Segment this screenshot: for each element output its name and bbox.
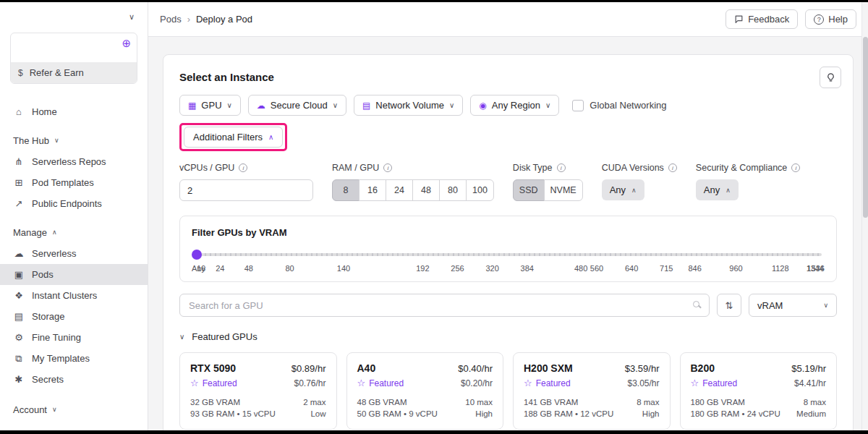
sidebar-item-my-templates[interactable]: ⧉My Templates xyxy=(0,348,148,369)
star-icon: ☆ xyxy=(691,378,699,388)
vcpus-input[interactable] xyxy=(179,179,313,201)
chevron-up-icon: ∧ xyxy=(268,133,273,141)
sidebar-item-label: Instant Clusters xyxy=(32,290,97,301)
gpu-ram-cpu: 180 GB RAM • 24 vCPU xyxy=(691,408,780,420)
workspace-selector[interactable]: ∨ xyxy=(0,2,148,31)
feedback-label: Feedback xyxy=(748,14,789,25)
help-button[interactable]: ? Help xyxy=(805,9,856,29)
vram-tick: 480 xyxy=(574,264,587,273)
scrollbar[interactable] xyxy=(861,2,868,430)
star-icon: ☆ xyxy=(190,378,199,388)
sidebar-section-the-hub[interactable]: The Hub∨ xyxy=(0,129,148,151)
chevron-down-icon: ∨ xyxy=(52,406,57,413)
additional-filters-button[interactable]: Additional Filters ∧ xyxy=(184,127,283,148)
vram-tick: 24 xyxy=(216,264,224,273)
ram-option-80[interactable]: 80 xyxy=(439,179,467,201)
select-instance-card: Select an Instance ▦GPU∨☁Secure Cloud∨▤N… xyxy=(163,54,854,430)
info-icon: i xyxy=(791,163,800,172)
breadcrumb: Pods › Deploy a Pod xyxy=(160,14,252,25)
vram-slider-track[interactable] xyxy=(195,253,822,256)
filter-pill-label: Secure Cloud xyxy=(271,100,328,111)
sidebar-item-label: Fine Tuning xyxy=(32,332,81,343)
sidebar-item-public-endpoints[interactable]: ↗Public Endpoints xyxy=(0,193,148,214)
sort-icon: ⇅ xyxy=(726,300,733,311)
filter-pill-network-volume[interactable]: ▤Network Volume∨ xyxy=(354,95,463,116)
gpu-card-subheader: ☆Featured$3.05/hr xyxy=(524,378,660,388)
plus-circle-icon[interactable]: ⊕ xyxy=(122,38,131,58)
featured-gpus-header[interactable]: ∨ Featured GPUs xyxy=(179,331,837,342)
feedback-button[interactable]: Feedback xyxy=(726,9,798,29)
gpu-availability: Medium xyxy=(796,408,826,420)
filter-pill-label: Network Volume xyxy=(375,100,444,111)
ram-option-48[interactable]: 48 xyxy=(412,179,440,201)
vram-tick: 320 xyxy=(485,264,498,273)
cube-icon: ▣ xyxy=(13,269,25,280)
gpu-availability: Low xyxy=(303,408,326,420)
filter-pill-secure-cloud[interactable]: ☁Secure Cloud∨ xyxy=(248,95,346,116)
chevron-down-icon: ∨ xyxy=(823,302,828,309)
gpu-vram: 48 GB VRAM xyxy=(357,396,438,408)
sidebar: ∨ ⊕ $ Refer & Earn ⌂HomeThe Hub∨⋔Serverl… xyxy=(0,2,148,430)
featured-label: Featured xyxy=(536,378,571,388)
featured-badge: ☆Featured xyxy=(190,378,237,388)
gpu-card-a40[interactable]: A40$0.40/hr☆Featured$0.20/hr48 GB VRAM50… xyxy=(346,352,504,430)
refer-earn-label: Refer & Earn xyxy=(30,67,84,78)
ram-option-16[interactable]: 16 xyxy=(359,179,386,201)
sidebar-item-serverless[interactable]: ☁Serverless xyxy=(0,243,148,264)
filter-pill-label: Any Region xyxy=(492,100,540,111)
sidebar-item-storage[interactable]: ▤Storage xyxy=(0,306,148,327)
sidebar-item-pods[interactable]: ▣Pods xyxy=(0,264,148,285)
security-compliance-dropdown[interactable]: Any ∧ xyxy=(696,179,739,200)
filter-pill-any-region[interactable]: ◉Any Region∨ xyxy=(470,95,559,116)
topbar: Pods › Deploy a Pod Feedback ? Help xyxy=(148,2,868,37)
chat-bubble-icon xyxy=(734,14,744,24)
cuda-versions-value: Any xyxy=(610,184,626,195)
sidebar-item-pod-templates[interactable]: ⊞Pod Templates xyxy=(0,172,148,193)
global-networking-checkbox[interactable]: Global Networking xyxy=(572,100,666,111)
disk-option-nvme[interactable]: NVME xyxy=(544,179,583,201)
sidebar-section-account[interactable]: Account∨ xyxy=(0,399,148,420)
promo-card: ⊕ $ Refer & Earn xyxy=(10,33,137,84)
templates-icon: ⧉ xyxy=(13,353,25,365)
gpu-card-h200-sxm[interactable]: H200 SXM$3.59/hr☆Featured$3.05/hr141 GB … xyxy=(513,352,671,430)
key-icon: ✱ xyxy=(13,374,25,385)
sidebar-item-label: Secrets xyxy=(32,374,64,385)
ram-option-100[interactable]: 100 xyxy=(466,179,494,201)
secure-cloud-icon: ☁ xyxy=(257,101,265,111)
sidebar-item-label: Serverless xyxy=(32,248,76,259)
cuda-versions-dropdown[interactable]: Any ∧ xyxy=(602,179,644,200)
breadcrumb-pods[interactable]: Pods xyxy=(160,14,182,25)
vram-slider-handle[interactable] xyxy=(192,250,202,260)
sidebar-item-instant-clusters[interactable]: ❖Instant Clusters xyxy=(0,285,148,306)
gpu-card-rtx-5090[interactable]: RTX 5090$0.89/hr☆Featured$0.76/hr32 GB V… xyxy=(179,352,337,430)
gpu-card-header: A40$0.40/hr xyxy=(357,362,493,374)
gpu-search-input[interactable] xyxy=(179,294,710,317)
gpu-price-alt: $3.05/hr xyxy=(627,378,659,388)
vram-slider xyxy=(192,250,825,260)
collapse-chevron-icon: ∨ xyxy=(179,333,184,341)
sidebar-item-home[interactable]: ⌂Home xyxy=(0,101,148,122)
filter-pill-gpu[interactable]: ▦GPU∨ xyxy=(179,95,241,116)
gpu-price-hr: $0.89/hr xyxy=(292,363,326,374)
sidebar-item-serverless-repos[interactable]: ⋔Serverless Repos xyxy=(0,151,148,172)
sort-by-dropdown[interactable]: vRAM ∨ xyxy=(749,294,837,317)
featured-label: Featured xyxy=(702,378,737,388)
ram-option-24[interactable]: 24 xyxy=(386,179,413,201)
tips-button[interactable] xyxy=(820,67,841,88)
gpu-specs: 48 GB VRAM50 GB RAM • 9 vCPU10 maxHigh xyxy=(357,396,493,420)
chevron-down-icon: ∨ xyxy=(333,101,338,109)
disk-option-ssd[interactable]: SSD xyxy=(513,179,545,201)
sidebar-item-fine-tuning[interactable]: ⚙Fine Tuning xyxy=(0,327,148,348)
gpu-chip-icon: ▦ xyxy=(188,101,196,111)
featured-label: Featured xyxy=(203,378,237,388)
sidebar-section-manage[interactable]: Manage∧ xyxy=(0,221,148,243)
sidebar-item-secrets[interactable]: ✱Secrets xyxy=(0,369,148,390)
gpu-name: RTX 5090 xyxy=(190,362,236,374)
gpu-card-b200[interactable]: B200$5.19/hr☆Featured$4.41/hr180 GB VRAM… xyxy=(680,352,838,430)
refer-earn-button[interactable]: $ Refer & Earn xyxy=(11,62,137,83)
sort-direction-button[interactable]: ⇅ xyxy=(717,294,741,317)
vram-tick: 1128 xyxy=(772,264,789,273)
ram-option-8[interactable]: 8 xyxy=(332,179,359,201)
scrollbar-thumb[interactable] xyxy=(863,37,868,218)
gpu-card-header: B200$5.19/hr xyxy=(691,362,827,374)
